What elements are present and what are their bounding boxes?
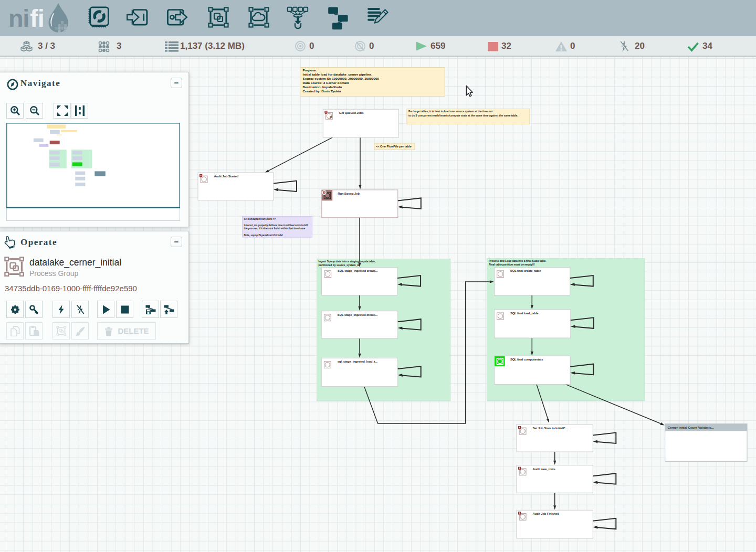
svg-text:SQL final computestats: SQL final computestats <box>510 358 543 361</box>
svg-text:set concurrent runs here >>: set concurrent runs here >> <box>244 218 276 220</box>
svg-text:For large tables, it is best t: For large tables, it is best to load one… <box>408 110 493 113</box>
svg-text:Purpose:: Purpose: <box>303 68 317 72</box>
svg-text:Note, sqoop IS penalized if it: Note, sqoop IS penalized if it fails! <box>244 234 284 237</box>
svg-text:Data source: 3 Cerner domain: Data source: 3 Cerner domain <box>303 81 349 84</box>
svg-text:ni: ni <box>8 4 29 32</box>
svg-text:Process and Load data into a f: Process and Load data into a final Kudu … <box>489 259 547 262</box>
svg-text:partitioned by source_system_i: partitioned by source_system_id <box>319 263 360 267</box>
svg-text:Cerner Initial Count Validatio: Cerner Initial Count Validatio... <box>668 426 715 429</box>
svg-text:p: p <box>330 115 332 119</box>
svg-text:timeout_ms property defines ti: timeout_ms property defines time in mill… <box>244 224 308 227</box>
svg-text:Destination: Impala/Kudu: Destination: Impala/Kudu <box>303 85 342 89</box>
svg-text:to do 3 concurrent reads/inser: to do 3 concurrent reads/inserts/compute… <box>408 114 518 117</box>
svg-text:SQL final create_table: SQL final create_table <box>510 269 541 272</box>
svg-text:Get Queued Jobs: Get Queued Jobs <box>339 111 364 114</box>
svg-text:<< One FlowFile per table: << One FlowFile per table <box>376 145 412 148</box>
svg-text:Created by: Boris Tyukin: Created by: Boris Tyukin <box>303 89 341 93</box>
svg-text:Final table partition must be: Final table partition must be empty!!! <box>489 263 535 266</box>
svg-text:SQL final load_table: SQL final load_table <box>510 312 539 315</box>
svg-text:Audit new_rows: Audit new_rows <box>533 468 556 471</box>
svg-text:Audit Job Finished: Audit Job Finished <box>533 512 560 515</box>
svg-text:Source system ID: 10000000, 20: Source system ID: 10000000, 20000000, 30… <box>303 77 380 80</box>
svg-text:sql_stage_ingested_load_t...: sql_stage_ingested_load_t... <box>338 360 378 363</box>
svg-text:Set Job State to InitialC...: Set Job State to InitialC... <box>533 427 568 430</box>
svg-text:fi: fi <box>30 4 44 32</box>
svg-text:Initial table load for datalak: Initial table load for datalake_cerner p… <box>303 72 373 76</box>
svg-text:Ingest Sqoop data into a stagi: Ingest Sqoop data into a staging Impala … <box>319 260 376 263</box>
svg-text:SQL stage_ingested create...: SQL stage_ingested create... <box>338 269 378 272</box>
svg-text:Run Sqoop Job: Run Sqoop Job <box>338 192 360 195</box>
svg-text:the process, if it does not fi: the process, if it does not finish withi… <box>244 227 306 230</box>
svg-text:SQL stage_ingested create...: SQL stage_ingested create... <box>338 313 378 316</box>
svg-text:Audit Job Started: Audit Job Started <box>214 175 239 178</box>
